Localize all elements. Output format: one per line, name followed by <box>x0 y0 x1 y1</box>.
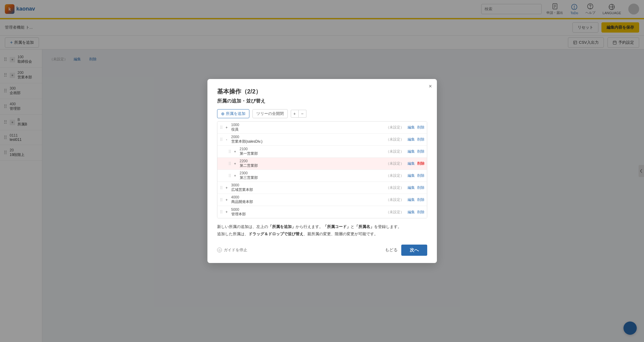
expand-5000[interactable]: + <box>224 209 229 215</box>
expand-all-button[interactable]: + <box>291 110 299 118</box>
edit-5000[interactable]: 編集 <box>408 210 415 215</box>
dept-row-2300: ⠿ + 2300 第三営業部 （未設定） 編集 削除 <box>217 170 427 182</box>
drag-icon: ⠿ <box>220 185 223 190</box>
drag-icon: ⠿ <box>228 173 231 178</box>
delete-2000[interactable]: 削除 <box>417 137 425 142</box>
tree-toggle-button[interactable]: ツリーの全開閉 <box>252 109 288 118</box>
stop-guide-icon: ⊙ <box>217 248 222 252</box>
modal-subtitle: 所属の追加・並び替え <box>217 98 427 104</box>
dept-row-4000: ⠿ + 4000 商品開発本部 （未設定） 編集 削除 <box>217 194 427 206</box>
next-button[interactable]: 次へ <box>401 245 427 256</box>
delete-2100[interactable]: 削除 <box>417 149 425 154</box>
modal-description: 新しい所属の追加は、左上の「所属を追加」から行えます。「所属コード」と「所属名」… <box>217 223 427 237</box>
expand-2100[interactable]: + <box>232 149 238 154</box>
drag-icon: ⠿ <box>228 149 231 154</box>
expand-2000[interactable]: - <box>224 137 229 142</box>
dept-row-2000: ⠿ - 2000 営業本部(salesDiv.) （未設定） 編集 削除 <box>217 134 427 146</box>
delete-2200[interactable]: 削除 <box>417 161 425 166</box>
stop-guide-button[interactable]: ⊙ ガイドを停止 <box>217 247 247 253</box>
modal-close-button[interactable]: × <box>429 83 432 90</box>
modal-dialog: × 基本操作（2/2） 所属の追加・並び替え ⊕ 所属を追加 ツリーの全開閉 +… <box>207 79 437 263</box>
modal-title: 基本操作（2/2） <box>217 87 427 96</box>
drag-icon: ⠿ <box>220 125 223 130</box>
delete-3000[interactable]: 削除 <box>417 185 425 190</box>
collapse-all-button[interactable]: − <box>299 110 306 118</box>
drag-icon: ⠿ <box>220 198 223 202</box>
edit-4000[interactable]: 編集 <box>408 197 415 202</box>
expand-4000[interactable]: + <box>224 197 229 203</box>
modal-overlay: × 基本操作（2/2） 所属の追加・並び替え ⊕ 所属を追加 ツリーの全開閉 +… <box>0 0 644 342</box>
dept-row-1000: ⠿ + 1000 役員 （未設定） 編集 削除 <box>217 122 427 134</box>
dept-table: ⠿ + 1000 役員 （未設定） 編集 削除 ⠿ - 2000 営業本部(sa… <box>217 121 427 218</box>
drag-icon: ⠿ <box>220 137 223 142</box>
expand-1000[interactable]: + <box>224 125 229 130</box>
modal-add-dept-button[interactable]: ⊕ 所属を追加 <box>217 109 249 118</box>
edit-2000[interactable]: 編集 <box>408 137 415 142</box>
edit-2100[interactable]: 編集 <box>408 149 415 154</box>
dept-table-toolbar: ⊕ 所属を追加 ツリーの全開閉 + − <box>217 109 427 118</box>
dept-row-3000: ⠿ + 3000 広域営業本部 （未設定） 編集 削除 <box>217 182 427 194</box>
modal-nav-buttons: もどる 次へ <box>385 245 427 256</box>
delete-4000[interactable]: 削除 <box>417 197 425 202</box>
delete-1000[interactable]: 削除 <box>417 125 425 130</box>
expand-2200[interactable]: + <box>232 161 238 166</box>
expand-collapse-group: + − <box>291 110 306 118</box>
modal-footer: ⊙ ガイドを停止 もどる 次へ <box>217 245 427 256</box>
dept-row-5000: ⠿ + 5000 管理本部 （未設定） 編集 削除 <box>217 206 427 218</box>
expand-2300[interactable]: + <box>232 173 238 179</box>
edit-2200[interactable]: 編集 <box>408 161 415 166</box>
edit-2300[interactable]: 編集 <box>408 173 415 178</box>
drag-icon: ⠿ <box>220 210 223 214</box>
delete-2300[interactable]: 削除 <box>417 173 425 178</box>
back-button[interactable]: もどる <box>385 247 398 253</box>
dept-row-2200: ⠿ + 2200 第二営業部 （未設定） 編集 削除 <box>217 158 427 170</box>
drag-icon: ⠿ <box>228 161 231 166</box>
dept-row-2100: ⠿ + 2100 第一営業部 （未設定） 編集 削除 <box>217 146 427 158</box>
edit-3000[interactable]: 編集 <box>408 185 415 190</box>
delete-5000[interactable]: 削除 <box>417 210 425 215</box>
edit-1000[interactable]: 編集 <box>408 125 415 130</box>
expand-3000[interactable]: + <box>224 185 229 191</box>
